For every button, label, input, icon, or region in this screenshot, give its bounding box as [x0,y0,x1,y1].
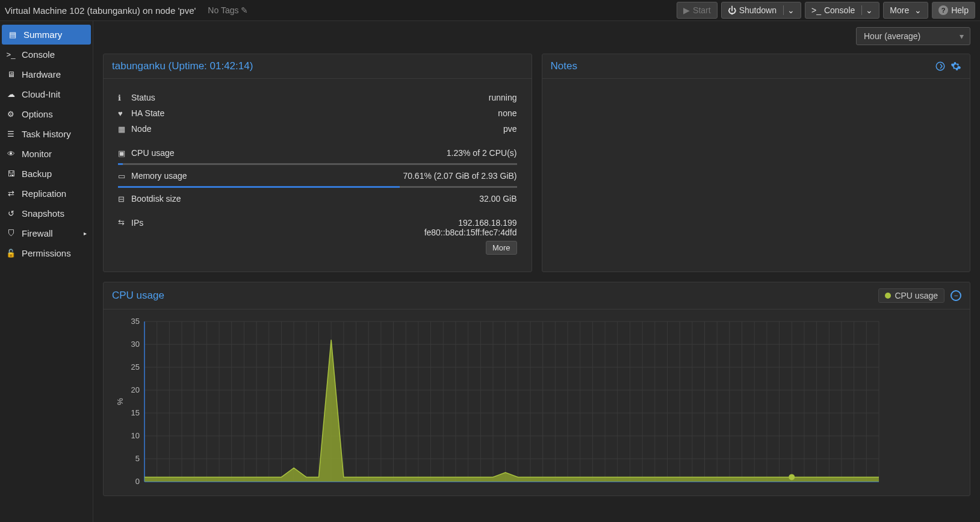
shield-icon: ⛉ [6,229,16,238]
sidebar-item-console[interactable]: >_Console [0,45,93,64]
no-tags-label: No Tags [208,5,238,15]
sidebar-item-monitor[interactable]: 👁Monitor [0,144,93,164]
svg-text:10: 10 [131,431,140,440]
tags-edit[interactable]: No Tags ✎ [208,5,248,15]
sidebar-item-cloudinit[interactable]: ☁Cloud-Init [0,84,93,104]
more-button[interactable]: More ⌄ [883,2,928,19]
notes-body[interactable] [542,79,970,272]
collapse-icon[interactable]: − [951,290,961,301]
disk-label: Bootdisk size [131,194,228,204]
ha-label: HA State [131,108,228,118]
ips-more-button[interactable]: More [486,241,517,255]
svg-text:15: 15 [131,408,140,417]
sidebar-item-hardware[interactable]: 🖥Hardware [0,64,93,84]
sidebar: ▤Summary >_Console 🖥Hardware ☁Cloud-Init… [0,21,93,522]
terminal-icon: >_ [6,50,16,59]
sidebar-item-options[interactable]: ⚙Options [0,104,93,124]
pencil-icon: ✎ [241,5,248,15]
cpu-chart-panel: CPU usage CPU usage − 05101520253035% [103,282,970,496]
play-icon: ▶ [683,5,690,15]
book-icon: ▤ [8,30,17,39]
ips-label: IPs [131,218,228,228]
sidebar-item-taskhistory[interactable]: ☰Task History [0,124,93,144]
chevron-right-icon: ▸ [84,230,87,237]
node-value: pve [503,124,517,134]
svg-text:35: 35 [131,317,140,326]
status-value: running [489,93,517,102]
gear-icon[interactable] [951,61,961,72]
heartbeat-icon: ♥ [118,109,131,118]
ip-v4: 192.168.18.199 [424,218,517,228]
cpu-progress [118,163,517,165]
cpu-icon: ▣ [118,149,131,158]
console-button[interactable]: >_ Console ⌄ [805,2,879,19]
chart-legend[interactable]: CPU usage [878,288,944,303]
cloud-icon: ☁ [6,90,16,99]
summary-title: tabunganku (Uptime: 01:42:14) [112,60,253,72]
ip-v6: fe80::b8cd:15ff:fec7:4dfd [424,228,517,237]
node-label: Node [131,124,228,134]
unlock-icon: 🔓 [6,249,16,258]
svg-text:25: 25 [131,362,140,371]
svg-text:%: % [116,398,125,405]
svg-point-80 [789,474,795,480]
help-icon: ? [938,5,948,15]
eye-icon: 👁 [6,149,16,158]
sidebar-item-firewall[interactable]: ⛉Firewall▸ [0,223,93,243]
chevron-down-icon[interactable]: ⌄ [861,5,873,15]
hdd-icon: ⊟ [118,194,131,204]
sidebar-item-backup[interactable]: 🖫Backup [0,164,93,184]
mem-value: 70.61% (2.07 GiB of 2.93 GiB) [403,171,516,181]
ha-value: none [498,108,516,118]
cpu-chart: 05101520253035% [114,315,885,490]
svg-text:30: 30 [131,340,140,349]
info-icon: ℹ [118,93,131,102]
status-label: Status [131,93,228,102]
disk-value: 32.00 GiB [479,194,516,204]
history-icon: ↺ [6,209,16,218]
network-icon: ⇆ [118,218,131,227]
svg-text:0: 0 [135,477,140,486]
svg-text:20: 20 [131,385,140,394]
summary-panel: tabunganku (Uptime: 01:42:14) ℹStatusrun… [103,54,532,272]
memory-icon: ▭ [118,172,131,181]
sidebar-item-summary[interactable]: ▤Summary [2,25,91,45]
sidebar-item-replication[interactable]: ⇄Replication [0,184,93,204]
chevron-down-icon: ⌄ [914,5,922,15]
shutdown-button[interactable]: ⏻ Shutdown ⌄ [721,2,801,19]
power-icon: ⏻ [728,5,736,15]
notes-panel: Notes [542,54,971,272]
sidebar-item-permissions[interactable]: 🔓Permissions [0,243,93,263]
help-button[interactable]: ? Help [932,2,975,19]
page-title: Virtual Machine 102 (tabunganku) on node… [5,5,196,16]
svg-text:5: 5 [135,454,140,463]
desktop-icon: 🖥 [6,70,16,79]
sync-icon: ⇄ [6,189,16,198]
refresh-icon[interactable] [935,61,946,72]
start-button[interactable]: ▶ Start [677,2,718,19]
building-icon: ▦ [118,125,131,134]
cpu-label: CPU usage [131,148,228,158]
mem-progress [118,186,517,188]
save-icon: 🖫 [6,169,16,178]
legend-dot-icon [885,293,891,299]
notes-title: Notes [551,60,577,72]
gear-icon: ⚙ [6,110,16,119]
svg-point-0 [936,62,944,70]
cpu-value: 1.23% of 2 CPU(s) [447,148,517,158]
chevron-down-icon[interactable]: ⌄ [783,5,795,15]
list-icon: ☰ [6,129,16,138]
chart-title: CPU usage [112,290,164,302]
terminal-icon: >_ [811,5,821,15]
sidebar-item-snapshots[interactable]: ↺Snapshots [0,204,93,223]
mem-label: Memory usage [131,171,228,181]
timeframe-select[interactable]: Hour (average) [856,27,970,45]
